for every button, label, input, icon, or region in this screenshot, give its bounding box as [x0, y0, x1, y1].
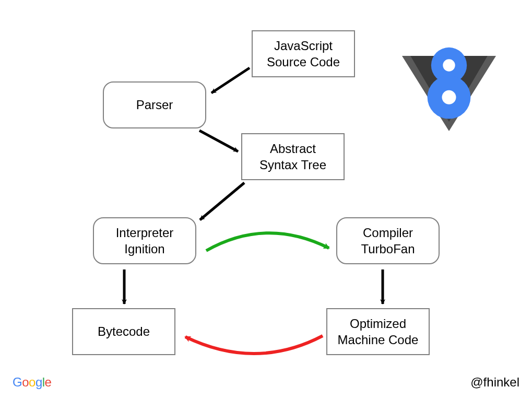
arrow-source-to-parser: [211, 68, 250, 93]
arrow-ast-to-interpreter: [200, 183, 244, 220]
google-logo: Google: [13, 375, 51, 390]
arrow-parser-to-ast: [199, 131, 238, 151]
author-handle: @fhinkel: [470, 375, 519, 390]
v8-logo-icon: [402, 42, 496, 136]
svg-point-4: [443, 59, 455, 71]
arrow-optimize: [206, 233, 329, 251]
svg-point-5: [442, 90, 456, 104]
arrow-deoptimize: [185, 336, 323, 354]
